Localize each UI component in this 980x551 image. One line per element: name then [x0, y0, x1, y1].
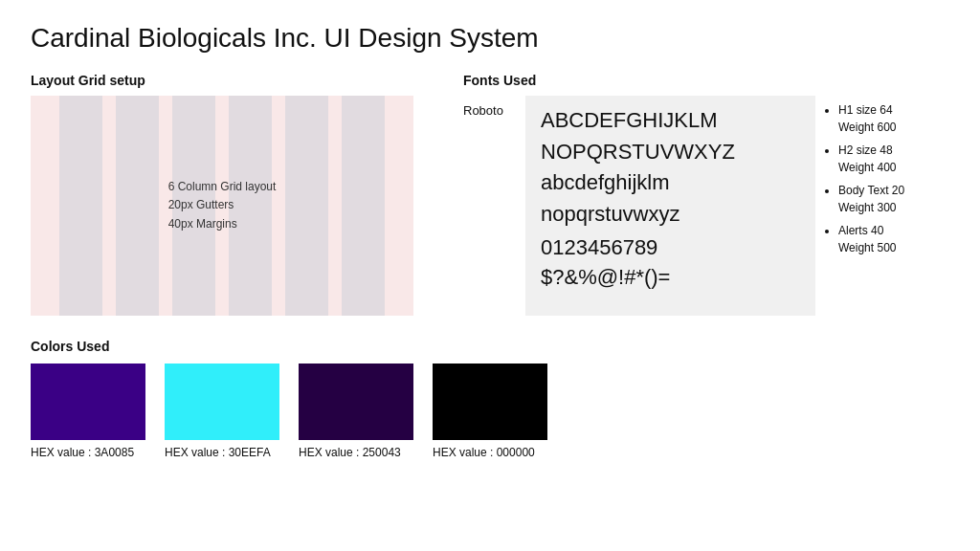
fonts-label: Fonts Used [463, 73, 949, 88]
grid-desc-line1: 6 Column Grid layout [168, 178, 277, 196]
grid-desc-line2: 20px Gutters [168, 196, 277, 214]
color-swatch-0 [31, 364, 145, 440]
color-label-3: HEX value : 000000 [433, 446, 547, 459]
color-swatches: HEX value : 3A0085HEX value : 30EEFAHEX … [31, 364, 949, 459]
grid-description: 6 Column Grid layout 20px Gutters 40px M… [168, 178, 277, 233]
font-spec-h2: H2 size 48Weight 400 [838, 142, 949, 176]
color-label-0: HEX value : 3A0085 [31, 446, 145, 459]
layout-grid-section: Layout Grid setup 6 Column Grid layout 2… [31, 73, 433, 316]
color-label-1: HEX value : 30EEFA [165, 446, 279, 459]
layout-grid-label: Layout Grid setup [31, 73, 433, 88]
font-spec-h1: H1 size 64Weight 600 [838, 101, 949, 136]
color-item-0: HEX value : 3A0085 [31, 364, 145, 459]
font-uppercase: ABCDEFGHIJKLM [541, 107, 800, 135]
font-specials: $?&%@!#*()= [541, 263, 800, 293]
font-name: Roboto [463, 96, 516, 316]
color-label-2: HEX value : 250043 [299, 446, 413, 459]
font-spec-body: Body Text 20Weight 300 [838, 182, 949, 216]
color-swatch-2 [299, 364, 413, 440]
grid-col-6 [342, 96, 385, 316]
grid-col-5 [285, 96, 328, 316]
grid-visual: 6 Column Grid layout 20px Gutters 40px M… [31, 96, 413, 316]
font-specs: H1 size 64Weight 600 H2 size 48Weight 40… [825, 96, 949, 316]
color-item-1: HEX value : 30EEFA [165, 364, 279, 459]
font-display-box: ABCDEFGHIJKLM NOPQRSTUVWXYZ abcdefghijkl… [525, 96, 815, 316]
grid-col-1 [59, 96, 102, 316]
colors-section: Colors Used HEX value : 3A0085HEX value … [31, 339, 949, 459]
grid-desc-line3: 40px Margins [168, 215, 277, 233]
font-lowercase2: nopqrstuvwxyz [541, 201, 800, 229]
color-swatch-1 [165, 364, 279, 440]
main-top-section: Layout Grid setup 6 Column Grid layout 2… [31, 73, 949, 316]
font-lowercase: abcdefghijklm [541, 169, 800, 197]
fonts-section: Fonts Used Roboto ABCDEFGHIJKLM NOPQRSTU… [463, 73, 949, 316]
color-swatch-3 [433, 364, 547, 440]
font-spec-alerts: Alerts 40Weight 500 [838, 222, 949, 256]
color-item-3: HEX value : 000000 [433, 364, 547, 459]
color-item-2: HEX value : 250043 [299, 364, 413, 459]
colors-label: Colors Used [31, 339, 949, 354]
font-uppercase2: NOPQRSTUVWXYZ [541, 139, 800, 166]
font-numbers: 0123456789 [541, 231, 800, 263]
page-title: Cardinal Biologicals Inc. UI Design Syst… [31, 23, 949, 54]
grid-col-2 [116, 96, 159, 316]
